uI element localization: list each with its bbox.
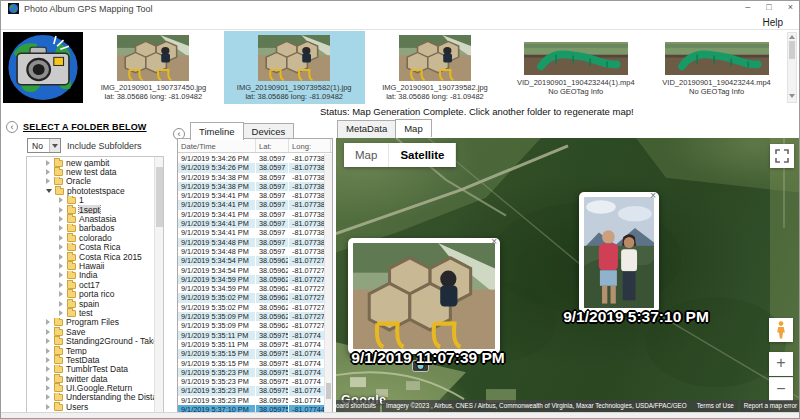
table-row[interactable]: 9/1/2019 5:34:48 PM38.0597-81.07738: [178, 247, 332, 256]
scroll-up-icon[interactable]: [789, 35, 795, 39]
keyboard-shortcuts-link[interactable]: Keyboard shortcuts: [336, 400, 380, 412]
zoom-out-button[interactable]: −: [769, 377, 793, 401]
tree-item[interactable]: Oracle: [27, 177, 154, 186]
table-row[interactable]: 9/1/2019 5:34:48 PM38.0597-81.07738: [178, 238, 332, 247]
map-type-satellite-button[interactable]: Satellite: [389, 143, 456, 167]
expand-arrow-icon[interactable]: [59, 282, 64, 288]
table-row[interactable]: 9/1/2019 5:34:38 PM38.0597-81.07738: [178, 182, 332, 191]
tree-item[interactable]: Users: [27, 402, 154, 411]
map-canvas[interactable]: MapSatellite + − Google Keyboard shortcu…: [336, 138, 800, 414]
table-row[interactable]: 9/1/2019 5:34:41 PM38.0597-81.07738: [178, 200, 332, 209]
tree-item[interactable]: Costa Rica 2015: [27, 252, 154, 261]
scroll-down-icon[interactable]: [789, 94, 795, 98]
street-view-pegman-button[interactable]: [769, 318, 793, 342]
expand-arrow-icon[interactable]: [59, 197, 64, 203]
collapse-arrow-icon[interactable]: [46, 189, 52, 193]
close-button[interactable]: ×: [788, 2, 793, 12]
table-row[interactable]: 9/1/2019 5:35:11 PM38.059757-81.0774: [178, 331, 332, 340]
thumbnail-item[interactable]: VID_20190901_190423244.mp4No GEOTag Info: [646, 31, 787, 104]
thumbnail-item[interactable]: IMG_20190901_190739582.jpglat: 38.05686 …: [365, 31, 506, 104]
expand-arrow-icon[interactable]: [59, 225, 64, 231]
expand-arrow-icon[interactable]: [46, 319, 51, 325]
table-row[interactable]: 9/1/2019 5:34:26 PM38.0597-81.07738: [178, 154, 332, 163]
expand-arrow-icon[interactable]: [46, 178, 51, 184]
scrollbar-thumb[interactable]: [789, 41, 795, 59]
expand-arrow-icon[interactable]: [59, 301, 64, 307]
tree-item[interactable]: 1sept: [27, 205, 154, 214]
thumbnail-item[interactable]: VID_20190901_190423244(1).mp4No GEOTag I…: [505, 31, 646, 104]
expand-arrow-icon[interactable]: [46, 376, 51, 382]
map-type-map-button[interactable]: Map: [344, 143, 389, 167]
tree-item[interactable]: spain: [27, 299, 154, 308]
table-row[interactable]: 9/1/2019 5:34:59 PM38.059628-81.07727: [178, 275, 332, 284]
table-row[interactable]: 9/1/2019 5:35:23 PM38.059757-81.0774: [178, 386, 332, 395]
expand-arrow-icon[interactable]: [46, 169, 51, 175]
tree-item[interactable]: UI.Google.Return: [27, 383, 154, 392]
tree-item[interactable]: Temp: [27, 346, 154, 355]
table-row[interactable]: 9/1/2019 5:34:41 PM38.0597-81.07738: [178, 228, 332, 237]
tree-item[interactable]: 1: [27, 196, 154, 205]
table-row[interactable]: 9/1/2019 5:35:09 PM38.059628-81.07727: [178, 312, 332, 321]
tree-item[interactable]: TumblrTest Data: [27, 365, 154, 374]
table-row[interactable]: 9/1/2019 5:34:54 PM38.059628-81.07727: [178, 266, 332, 275]
scrollbar-thumb[interactable]: [156, 167, 163, 227]
tree-item[interactable]: new test data: [27, 167, 154, 176]
expand-arrow-icon[interactable]: [46, 357, 51, 363]
tree-item[interactable]: colorado: [27, 233, 154, 242]
table-row[interactable]: 9/1/2019 5:35:09 PM38.059628-81.07727: [178, 321, 332, 330]
expand-arrow-icon[interactable]: [46, 160, 51, 166]
tree-item[interactable]: porta rico: [27, 289, 154, 298]
collapse-folder-panel-icon[interactable]: ‹: [6, 121, 18, 133]
thumbnail-item[interactable]: IMG_20190901_190739582(1).jpglat: 38.056…: [224, 31, 365, 104]
tree-item[interactable]: phototestspace: [27, 186, 154, 195]
table-row[interactable]: 9/1/2019 5:34:59 PM38.059628-81.07727: [178, 284, 332, 293]
table-row[interactable]: 9/1/2019 5:35:15 PM38.059757-81.0774: [178, 359, 332, 368]
expand-arrow-icon[interactable]: [46, 366, 51, 372]
expand-arrow-icon[interactable]: [59, 310, 64, 316]
table-row[interactable]: 9/1/2019 5:35:02 PM38.059628-81.07727: [178, 303, 332, 312]
dropdown-arrow-icon[interactable]: [49, 139, 60, 152]
terms-of-use-link[interactable]: Terms of Use: [693, 400, 738, 412]
column-header[interactable]: Lat:: [256, 139, 289, 152]
tab-metadata[interactable]: MetaData: [337, 120, 396, 138]
table-row[interactable]: 9/1/2019 5:35:23 PM38.059757-81.0774: [178, 368, 332, 377]
tree-item[interactable]: oct17: [27, 280, 154, 289]
tree-item[interactable]: TestData: [27, 355, 154, 364]
tree-item[interactable]: Standing2Ground - Takedowns & Stand: [27, 336, 154, 345]
tree-item[interactable]: barbados: [27, 224, 154, 233]
table-row[interactable]: 9/1/2019 5:35:23 PM38.059757-81.0774: [178, 377, 332, 386]
expand-arrow-icon[interactable]: [59, 244, 64, 250]
table-row[interactable]: 9/1/2019 5:35:23 PM38.059757-81.0774: [178, 396, 332, 405]
table-scrollbar[interactable]: [324, 154, 332, 413]
photo-popup[interactable]: ×: [579, 192, 659, 313]
table-row[interactable]: 9/1/2019 5:34:41 PM38.0597-81.07738: [178, 191, 332, 200]
expand-arrow-icon[interactable]: [59, 263, 64, 269]
tree-item[interactable]: new gambit: [27, 158, 154, 167]
expand-arrow-icon[interactable]: [59, 291, 64, 297]
tree-item[interactable]: Hawaii: [27, 261, 154, 270]
table-row[interactable]: 9/1/2019 5:34:26 PM38.0597-81.07738: [178, 163, 332, 172]
expand-arrow-icon[interactable]: [46, 338, 51, 344]
zoom-in-button[interactable]: +: [769, 352, 793, 376]
table-row[interactable]: 9/1/2019 5:35:11 PM38.059757-81.0774: [178, 340, 332, 349]
expand-arrow-icon[interactable]: [46, 394, 51, 400]
minimize-button[interactable]: –: [745, 2, 750, 12]
expand-arrow-icon[interactable]: [46, 385, 51, 391]
table-row[interactable]: 9/1/2019 5:34:41 PM38.0597-81.07738: [178, 219, 332, 228]
report-map-error-link[interactable]: Report a map error: [740, 400, 800, 412]
column-header[interactable]: Date/Time: [178, 139, 256, 152]
tree-item[interactable]: India: [27, 271, 154, 280]
expand-arrow-icon[interactable]: [46, 329, 51, 335]
tab-timeline[interactable]: Timeline: [190, 122, 244, 140]
close-icon[interactable]: ×: [491, 237, 497, 247]
column-header[interactable]: Long:: [289, 139, 331, 152]
scrollbar-thumb[interactable]: [326, 383, 331, 399]
expand-arrow-icon[interactable]: [59, 207, 64, 213]
table-row[interactable]: 9/1/2019 5:34:41 PM38.0597-81.07738: [178, 210, 332, 219]
tree-item[interactable]: Understanding the Distance from Guan: [27, 393, 154, 402]
include-subfolders-dropdown[interactable]: No: [27, 138, 61, 153]
thumbnail-scrollbar[interactable]: [787, 32, 797, 103]
expand-arrow-icon[interactable]: [59, 254, 64, 260]
table-row[interactable]: 9/1/2019 5:34:38 PM38.0597-81.07738: [178, 173, 332, 182]
tree-item[interactable]: Save: [27, 327, 154, 336]
